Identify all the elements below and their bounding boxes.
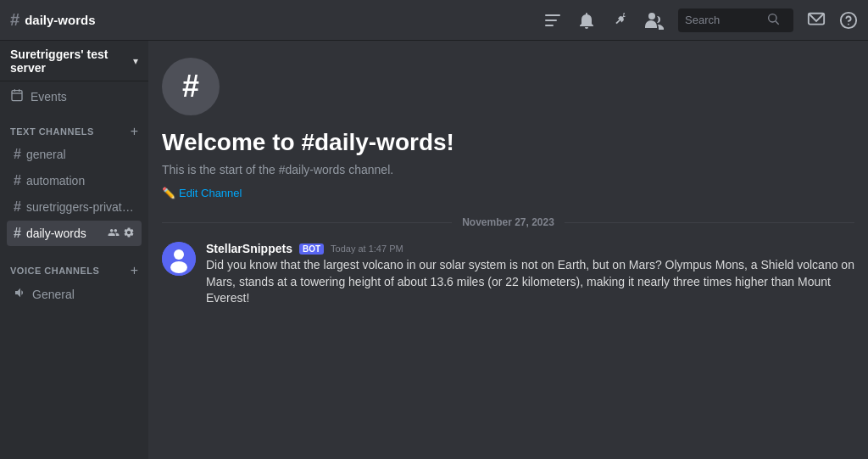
- add-text-channel-icon[interactable]: +: [131, 125, 138, 138]
- sidebar-item-automation[interactable]: # automation: [7, 168, 142, 193]
- sidebar-item-general[interactable]: # general: [7, 142, 142, 167]
- svg-rect-0: [545, 14, 560, 16]
- speaker-icon: [14, 286, 27, 302]
- sidebar-item-suretriggers-private[interactable]: # suretriggers-private-cha...: [7, 194, 142, 220]
- sidebar: Suretriggers' test server ▾ Events TEXT …: [0, 41, 148, 459]
- channel-welcome: # Welcome to #daily-words! This is the s…: [148, 41, 868, 210]
- svg-point-14: [174, 249, 184, 260]
- main-layout: Suretriggers' test server ▾ Events TEXT …: [0, 41, 868, 459]
- main-content: # Welcome to #daily-words! This is the s…: [148, 41, 868, 459]
- voice-channel-name: General: [32, 288, 75, 301]
- members-icon[interactable]: [644, 10, 665, 31]
- channel-hash-icon: #: [10, 10, 19, 30]
- sidebar-item-voice-general[interactable]: General: [7, 281, 142, 307]
- message-author: StellarSnippets: [206, 242, 292, 255]
- message-header: StellarSnippets BOT Today at 1:47 PM: [206, 242, 854, 255]
- search-box[interactable]: [678, 8, 793, 32]
- channel-name-daily-words: daily-words: [26, 227, 103, 240]
- welcome-title: Welcome to #daily-words!: [162, 129, 854, 156]
- edit-channel-button[interactable]: ✏️ Edit Channel: [162, 187, 242, 199]
- server-header[interactable]: Suretriggers' test server ▾: [0, 41, 148, 81]
- top-bar-actions: [542, 8, 858, 32]
- voice-channels-label[interactable]: VOICE CHANNELS: [10, 266, 99, 276]
- add-member-icon[interactable]: [108, 227, 120, 241]
- channel-name-label: daily-words: [25, 13, 95, 27]
- avatar: [162, 242, 196, 276]
- inbox-icon[interactable]: [807, 11, 826, 30]
- threads-icon[interactable]: [542, 10, 563, 31]
- events-label: Events: [31, 90, 67, 104]
- hash-icon: #: [14, 147, 21, 162]
- hash-icon: #: [14, 226, 21, 241]
- svg-rect-2: [545, 25, 554, 26]
- server-name: Suretriggers' test server: [10, 48, 133, 75]
- voice-channels-section: VOICE CHANNELS + General: [0, 250, 148, 311]
- text-channels-header: TEXT CHANNELS +: [7, 125, 142, 138]
- top-bar: # daily-words: [0, 0, 868, 41]
- svg-point-4: [769, 14, 776, 22]
- svg-point-15: [170, 261, 187, 273]
- messages-area[interactable]: # Welcome to #daily-words! This is the s…: [148, 41, 868, 459]
- hash-icon: #: [14, 199, 21, 215]
- svg-rect-9: [12, 91, 22, 101]
- search-icon: [766, 12, 780, 28]
- server-chevron-icon: ▾: [133, 55, 138, 67]
- date-divider-text: November 27, 2023: [452, 216, 565, 228]
- bot-badge: BOT: [299, 243, 324, 255]
- edit-channel-label: Edit Channel: [179, 187, 242, 199]
- channel-name-general: general: [26, 148, 135, 161]
- big-hash-icon: #: [182, 69, 199, 104]
- events-icon: [10, 88, 24, 104]
- sidebar-item-daily-words[interactable]: # daily-words: [7, 221, 142, 246]
- sidebar-item-events[interactable]: Events: [0, 81, 148, 111]
- hash-icon: #: [14, 173, 21, 188]
- edit-pencil-icon: ✏️: [162, 187, 175, 199]
- settings-icon[interactable]: [123, 227, 135, 241]
- message: StellarSnippets BOT Today at 1:47 PM Did…: [148, 235, 868, 314]
- channel-action-icons: [108, 227, 135, 241]
- message-text: Did you know that the largest volcano in…: [206, 257, 854, 307]
- channel-welcome-icon: #: [162, 58, 220, 115]
- search-input[interactable]: [685, 14, 761, 26]
- voice-channels-header: VOICE CHANNELS +: [7, 264, 142, 277]
- help-icon[interactable]: [839, 11, 858, 30]
- svg-line-5: [776, 21, 779, 25]
- message-body: StellarSnippets BOT Today at 1:47 PM Did…: [206, 242, 854, 307]
- pin-icon[interactable]: [610, 10, 631, 31]
- svg-point-3: [648, 13, 655, 20]
- add-voice-channel-icon[interactable]: +: [131, 264, 138, 277]
- svg-point-8: [848, 23, 849, 25]
- notifications-icon[interactable]: [576, 10, 597, 31]
- channel-title: # daily-words: [10, 10, 542, 30]
- welcome-description: This is the start of the #daily-words ch…: [162, 163, 854, 176]
- channel-name-suretriggers: suretriggers-private-cha...: [26, 200, 135, 214]
- channel-name-automation: automation: [26, 174, 135, 188]
- text-channels-section: TEXT CHANNELS + # general # automation #…: [0, 111, 148, 250]
- date-divider: November 27, 2023: [148, 210, 868, 235]
- text-channels-label[interactable]: TEXT CHANNELS: [10, 126, 94, 137]
- message-time: Today at 1:47 PM: [331, 243, 403, 254]
- svg-rect-1: [545, 20, 557, 21]
